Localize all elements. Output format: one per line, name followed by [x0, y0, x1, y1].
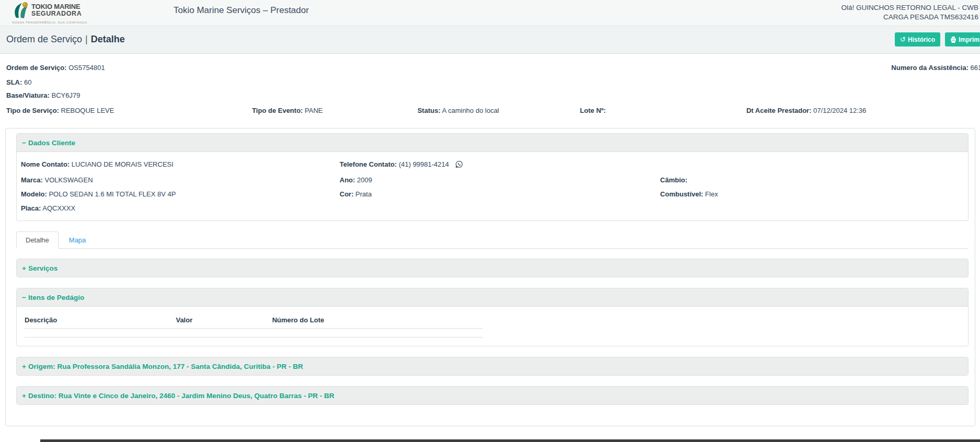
- logo-tagline: NOSSA TRANSPARÊNCIA, SUA CONFIANÇA: [12, 21, 87, 24]
- base-viatura-field: Base/Viatura: BCY6J79: [6, 91, 974, 99]
- page-title: Ordem de Serviço|Detalhe: [6, 34, 125, 45]
- dc-row1-spacer: [660, 157, 964, 173]
- tipo-evento-label: Tipo de Evento:: [252, 107, 303, 114]
- status-label: Status:: [418, 107, 441, 114]
- detail-tabs: Detalhe Mapa: [16, 231, 969, 249]
- page: TOKIO MARINE SEGURADORA NOSSA TRANSPARÊN…: [0, 0, 980, 442]
- servicos-title: Serviços: [28, 264, 57, 272]
- imprimir-button[interactable]: Imprimir: [945, 32, 980, 46]
- origem-title: Origem: Rua Professora Sandália Monzon, …: [28, 363, 303, 370]
- tab-detalhe[interactable]: Detalhe: [16, 231, 59, 249]
- ordem-label: Ordem de Serviço:: [6, 64, 67, 72]
- user-greeting: Olá! GUINCHOS RETORNO LEGAL - CWB CARGA …: [841, 3, 978, 21]
- dados-cliente-panel: −Dados Cliente Nome Contato: LUCIANO DE …: [16, 133, 969, 221]
- page-title-separator: |: [85, 34, 88, 44]
- tokio-marine-logo: TOKIO MARINE SEGURADORA NOSSA TRANSPARÊN…: [12, 2, 87, 24]
- destino-title: Destino: Rua Vinte e Cinco de Janeiro, 2…: [28, 392, 335, 400]
- numero-assistencia-field: Numero da Assistência: 661858: [891, 64, 980, 72]
- tipo-servico-field: Tipo de Serviço: REBOQUE LEVE: [6, 107, 252, 114]
- app-title: Tokio Marine Serviços – Prestador: [174, 5, 309, 16]
- collapse-minus-icon: −: [22, 294, 26, 301]
- pedagio-table: Descrição Valor Número do Lote: [25, 313, 483, 338]
- cambio-field: Câmbio:: [660, 173, 964, 187]
- lote-label: Lote Nº:: [580, 107, 606, 114]
- placa-field: Placa: AQCXXXX: [21, 201, 340, 215]
- nome-contato-field: Nome Contato: LUCIANO DE MORAIS VERCESI: [21, 157, 340, 173]
- collapse-minus-icon: −: [22, 139, 26, 147]
- destino-header[interactable]: +Destino: Rua Vinte e Cinco de Janeiro, …: [17, 387, 968, 404]
- logo-wordmark: TOKIO MARINE SEGURADORA: [31, 2, 82, 17]
- dt-aceite-value: 07/12/2024 12:36: [813, 107, 866, 114]
- cor-field: Cor: Prata: [340, 187, 660, 201]
- col-numero-lote: Número do Lote: [272, 313, 483, 329]
- itens-pedagio-title: Itens de Pedágio: [28, 294, 84, 301]
- dados-cliente-header[interactable]: −Dados Cliente: [17, 134, 968, 152]
- expand-plus-icon: +: [22, 264, 26, 272]
- page-title-main: Ordem de Serviço: [6, 34, 82, 44]
- sla-value: 60: [24, 78, 31, 86]
- greeting-line2: CARGA PESADA TMS632416: [841, 13, 978, 22]
- history-icon: ↺: [900, 36, 906, 43]
- table-row-empty: [25, 329, 483, 338]
- combustivel-field: Combustível: Flex: [660, 187, 964, 201]
- ano-field: Ano: 2009: [340, 173, 660, 187]
- dados-cliente-body: Nome Contato: LUCIANO DE MORAIS VERCESI …: [17, 152, 968, 220]
- status-field: Status: A caminho do local: [418, 107, 580, 114]
- assistencia-value: 661858: [971, 64, 980, 72]
- marca-field: Marca: VOLKSWAGEN: [21, 173, 340, 187]
- base-viatura-label: Base/Viatura:: [6, 91, 50, 99]
- page-title-sub: Detalhe: [91, 34, 125, 44]
- detail-card: −Dados Cliente Nome Contato: LUCIANO DE …: [5, 128, 975, 426]
- itens-pedagio-panel: −Itens de Pedágio Descrição Valor Número…: [16, 288, 969, 346]
- tipo-evento-value: PANE: [305, 107, 322, 114]
- col-valor: Valor: [176, 313, 272, 329]
- toolbar-actions: ↺ Histórico Imprimir: [895, 32, 980, 46]
- tipo-servico-value: REBOQUE LEVE: [61, 107, 114, 114]
- footer-strip: [40, 439, 980, 442]
- dados-cliente-title: Dados Cliente: [28, 139, 75, 147]
- ordem-value: OS5754801: [68, 64, 105, 72]
- itens-pedagio-header[interactable]: −Itens de Pedágio: [17, 288, 968, 306]
- logo-line1: TOKIO MARINE: [31, 3, 82, 10]
- tipo-servico-label: Tipo de Serviço:: [6, 107, 59, 114]
- destino-panel: +Destino: Rua Vinte e Cinco de Janeiro, …: [16, 386, 969, 405]
- imprimir-button-label: Imprimir: [959, 36, 980, 43]
- expand-plus-icon: +: [22, 363, 26, 370]
- origem-panel: +Origem: Rua Professora Sandália Monzon,…: [16, 357, 969, 376]
- telefone-contato-field: Telefone Contato: (41) 99981-4214: [340, 157, 660, 173]
- sla-label: SLA:: [6, 78, 22, 86]
- servicos-header[interactable]: +Serviços: [17, 259, 968, 277]
- sla-field: SLA: 60: [6, 78, 974, 86]
- order-info-section: Ordem de Serviço: OS5754801 Numero da As…: [0, 54, 980, 114]
- whatsapp-icon[interactable]: [455, 159, 463, 173]
- greeting-line1: Olá! GUINCHOS RETORNO LEGAL - CWB: [841, 3, 978, 13]
- tipo-evento-field: Tipo de Evento: PANE: [252, 107, 418, 114]
- top-header: TOKIO MARINE SEGURADORA NOSSA TRANSPARÊN…: [0, 0, 980, 26]
- origem-header[interactable]: +Origem: Rua Professora Sandália Monzon,…: [17, 357, 968, 375]
- lote-field: Lote Nº:: [580, 107, 746, 114]
- col-descricao: Descrição: [25, 313, 176, 329]
- servicos-panel: +Serviços: [16, 259, 969, 277]
- historico-button-label: Histórico: [908, 36, 935, 43]
- tokio-marine-logo-icon: [12, 2, 29, 19]
- dt-aceite-label: Dt Aceite Prestador:: [746, 107, 812, 114]
- status-value: A caminho do local: [442, 107, 499, 114]
- ordem-de-servico-field: Ordem de Serviço: OS5754801: [6, 64, 105, 72]
- tab-mapa[interactable]: Mapa: [60, 231, 96, 249]
- printer-icon: [950, 37, 956, 43]
- assistencia-label: Numero da Assistência:: [891, 64, 969, 72]
- modelo-field: Modelo: POLO SEDAN 1.6 MI TOTAL FLEX 8V …: [21, 187, 340, 201]
- itens-pedagio-body: Descrição Valor Número do Lote: [17, 306, 968, 346]
- title-bar: Ordem de Serviço|Detalhe ↺ Histórico Imp…: [0, 26, 980, 54]
- logo-line2: SEGURADORA: [31, 10, 82, 17]
- historico-button[interactable]: ↺ Histórico: [895, 32, 940, 46]
- base-viatura-value: BCY6J79: [51, 91, 80, 99]
- expand-plus-icon: +: [22, 392, 26, 400]
- dt-aceite-field: Dt Aceite Prestador: 07/12/2024 12:36: [746, 107, 974, 114]
